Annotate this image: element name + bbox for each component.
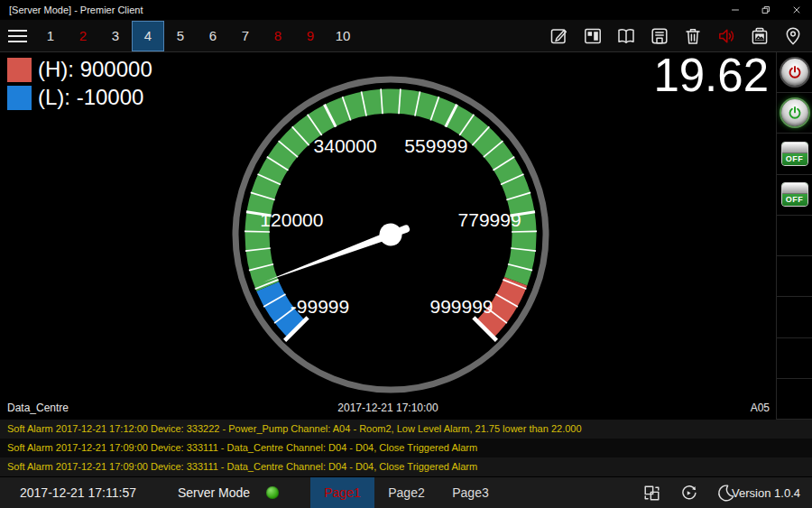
sync-button[interactable] xyxy=(678,480,699,505)
control-sidebar: OFFOFF xyxy=(776,52,812,420)
sidebar-empty-cell xyxy=(777,338,812,379)
toggle-flap xyxy=(782,143,807,153)
edit-icon xyxy=(549,25,570,47)
toggle-switch-2[interactable]: OFF xyxy=(781,182,808,207)
alarm-row-2[interactable]: Soft Alarm 2017-12-21 17:09:00 Device: 3… xyxy=(0,439,812,457)
server-mode-label: Server Mode xyxy=(178,485,250,500)
location-button[interactable] xyxy=(781,23,805,49)
snapshot-button[interactable] xyxy=(748,23,771,49)
gauge-footer: Data_Centre 2017-12-21 17:10:00 A05 xyxy=(0,402,776,418)
layout-icon xyxy=(582,25,604,47)
page-number-tabs: 12345678910 xyxy=(34,21,359,51)
svg-text:-99999: -99999 xyxy=(291,296,349,317)
layout-button[interactable] xyxy=(581,23,604,49)
gauge-panel: (H): 900000 (L): -10000 19.62 -999991200… xyxy=(0,52,776,420)
minimize-button[interactable] xyxy=(720,0,751,20)
book-button[interactable] xyxy=(614,23,638,49)
switch-pages-icon xyxy=(641,483,662,503)
low-color-swatch xyxy=(7,86,32,110)
status-bar-icons xyxy=(641,477,736,508)
alarm-row-1[interactable]: Soft Alarm 2017-12-21 17:12:00 Device: 3… xyxy=(0,420,812,439)
night-mode-button[interactable] xyxy=(715,480,736,505)
save-button[interactable] xyxy=(648,23,671,49)
toolbar: 12345678910 xyxy=(0,20,812,52)
window-controls xyxy=(720,0,812,20)
status-clock: 2017-12-21 17:11:57 xyxy=(0,485,136,500)
toggle-state-label: OFF xyxy=(782,153,807,165)
sidebar-empty-cell xyxy=(777,256,812,297)
restore-button[interactable] xyxy=(751,0,781,20)
edit-button[interactable] xyxy=(548,23,571,49)
page-number-7[interactable]: 7 xyxy=(229,21,262,51)
dial-gauge: -99999120000340000559999779999999999 xyxy=(228,72,553,397)
close-icon xyxy=(791,5,802,15)
low-threshold-label: (L): -10000 xyxy=(38,85,143,110)
tab-page1[interactable]: Page1 xyxy=(310,477,374,508)
low-threshold-row: (L): -10000 xyxy=(7,85,152,110)
high-color-swatch xyxy=(7,58,32,82)
tab-page3[interactable]: Page3 xyxy=(438,477,503,508)
power-icon xyxy=(788,106,802,120)
toggle-switch-1[interactable]: OFF xyxy=(781,142,808,166)
window-title: [Server Mode] - Premier Client xyxy=(0,5,143,15)
sidebar-cell xyxy=(777,52,812,93)
snapshot-icon xyxy=(749,25,770,47)
channel-code: A05 xyxy=(751,402,770,414)
svg-text:559999: 559999 xyxy=(404,135,467,156)
trash-icon xyxy=(682,25,704,47)
tab-page2[interactable]: Page2 xyxy=(374,477,438,508)
power-off-button[interactable] xyxy=(781,59,808,86)
threshold-legend: (H): 900000 (L): -10000 xyxy=(7,57,152,110)
page-number-9[interactable]: 9 xyxy=(294,21,327,51)
reading-timestamp: 2017-12-21 17:10:00 xyxy=(0,402,776,414)
sidebar-empty-cell xyxy=(777,216,812,256)
alarm-row-3[interactable]: Soft Alarm 2017-12-21 17:09:00 Device: 3… xyxy=(0,457,812,476)
sidebar-empty-cell xyxy=(777,297,812,337)
minimize-icon xyxy=(730,5,741,15)
current-value-readout: 19.62 xyxy=(653,49,769,102)
menu-button[interactable] xyxy=(0,21,34,51)
high-threshold-label: (H): 900000 xyxy=(38,57,152,82)
sync-icon xyxy=(678,483,699,503)
page-number-2[interactable]: 2 xyxy=(67,21,99,51)
page-number-3[interactable]: 3 xyxy=(99,21,132,51)
night-mode-icon xyxy=(715,483,736,503)
menu-icon xyxy=(8,30,27,32)
page-number-4[interactable]: 4 xyxy=(132,21,164,51)
toggle-state-label: OFF xyxy=(782,194,807,206)
page-number-1[interactable]: 1 xyxy=(34,21,67,51)
switch-pages-button[interactable] xyxy=(641,480,662,505)
app-window: [Server Mode] - Premier Client 123456789… xyxy=(0,0,812,508)
svg-text:340000: 340000 xyxy=(314,135,377,156)
high-threshold-row: (H): 900000 xyxy=(7,57,152,82)
sidebar-cell: OFF xyxy=(777,175,812,216)
power-on-button[interactable] xyxy=(781,99,808,126)
alarm-list: Soft Alarm 2017-12-21 17:12:00 Device: 3… xyxy=(0,420,812,477)
sidebar-empty-cell xyxy=(777,379,812,420)
trash-button[interactable] xyxy=(681,23,705,49)
book-icon xyxy=(615,25,637,47)
svg-text:999999: 999999 xyxy=(429,296,493,317)
power-icon xyxy=(788,65,802,79)
page-number-8[interactable]: 8 xyxy=(262,21,294,51)
titlebar: [Server Mode] - Premier Client xyxy=(0,0,812,20)
restore-icon xyxy=(761,5,771,15)
status-bar: 2017-12-21 17:11:57 Server Mode Page1Pag… xyxy=(0,477,812,508)
sidebar-cell xyxy=(777,93,812,134)
sidebar-cell: OFF xyxy=(777,134,812,174)
svg-text:120000: 120000 xyxy=(260,209,323,230)
version-label: Version 1.0.4 xyxy=(732,486,812,500)
location-icon xyxy=(782,25,804,47)
toolbar-icons xyxy=(548,23,812,49)
close-button[interactable] xyxy=(781,0,812,20)
svg-text:779999: 779999 xyxy=(458,209,521,230)
page-number-6[interactable]: 6 xyxy=(197,21,229,51)
server-status-indicator xyxy=(266,486,279,499)
page-number-10[interactable]: 10 xyxy=(327,21,359,51)
speaker-button[interactable] xyxy=(715,23,738,49)
toggle-flap xyxy=(782,183,807,194)
page-tabs: Page1Page2Page3 xyxy=(310,477,503,508)
save-icon xyxy=(649,25,670,47)
speaker-icon xyxy=(715,25,737,47)
page-number-5[interactable]: 5 xyxy=(164,21,197,51)
